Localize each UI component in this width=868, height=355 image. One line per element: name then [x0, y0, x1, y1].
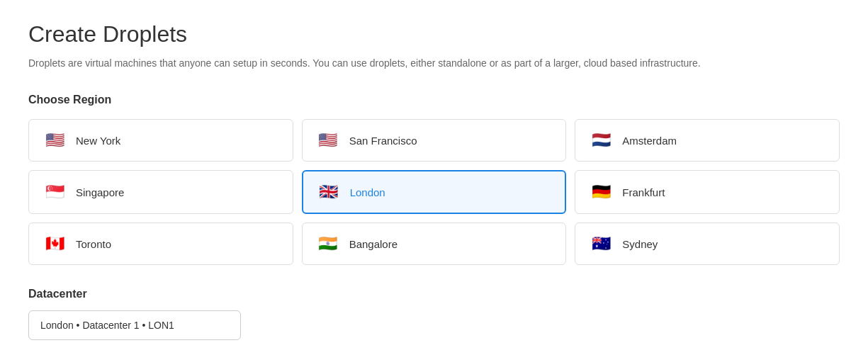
- region-name-toronto: Toronto: [76, 238, 111, 250]
- region-name-bangalore: Bangalore: [349, 238, 398, 250]
- flag-london: 🇬🇧: [317, 184, 340, 200]
- datacenter-section-title: Datacenter: [28, 288, 840, 300]
- region-name-san-francisco: San Francisco: [349, 135, 417, 147]
- flag-sydney: 🇦🇺: [590, 236, 612, 252]
- flag-bangalore: 🇮🇳: [317, 236, 339, 252]
- region-card-toronto[interactable]: 🇨🇦Toronto: [28, 222, 293, 265]
- region-name-new-york: New York: [76, 135, 120, 147]
- page-subtitle: Droplets are virtual machines that anyon…: [28, 56, 840, 71]
- region-card-singapore[interactable]: 🇸🇬Singapore: [28, 170, 293, 214]
- region-card-new-york[interactable]: 🇺🇸New York: [28, 119, 293, 162]
- flag-amsterdam: 🇳🇱: [590, 133, 612, 148]
- region-name-amsterdam: Amsterdam: [622, 135, 677, 147]
- region-card-london[interactable]: 🇬🇧London: [302, 170, 567, 214]
- region-card-sydney[interactable]: 🇦🇺Sydney: [575, 222, 840, 265]
- region-name-singapore: Singapore: [76, 186, 124, 198]
- region-section-title: Choose Region: [28, 94, 840, 106]
- region-name-frankfurt: Frankfurt: [622, 186, 665, 198]
- region-name-london: London: [350, 186, 385, 198]
- region-name-sydney: Sydney: [622, 238, 658, 250]
- page-title: Create Droplets: [28, 21, 840, 47]
- flag-new-york: 🇺🇸: [43, 133, 66, 148]
- flag-frankfurt: 🇩🇪: [590, 184, 612, 200]
- region-card-amsterdam[interactable]: 🇳🇱Amsterdam: [575, 119, 840, 162]
- flag-singapore: 🇸🇬: [43, 184, 66, 200]
- region-card-san-francisco[interactable]: 🇺🇸San Francisco: [302, 119, 567, 162]
- region-grid: 🇺🇸New York🇺🇸San Francisco🇳🇱Amsterdam🇸🇬Si…: [28, 119, 840, 265]
- flag-toronto: 🇨🇦: [43, 236, 66, 252]
- region-card-frankfurt[interactable]: 🇩🇪Frankfurt: [575, 170, 840, 214]
- datacenter-select[interactable]: London • Datacenter 1 • LON1: [28, 310, 241, 340]
- flag-san-francisco: 🇺🇸: [317, 133, 339, 148]
- datacenter-section: Datacenter London • Datacenter 1 • LON1: [28, 288, 840, 340]
- region-card-bangalore[interactable]: 🇮🇳Bangalore: [302, 222, 567, 265]
